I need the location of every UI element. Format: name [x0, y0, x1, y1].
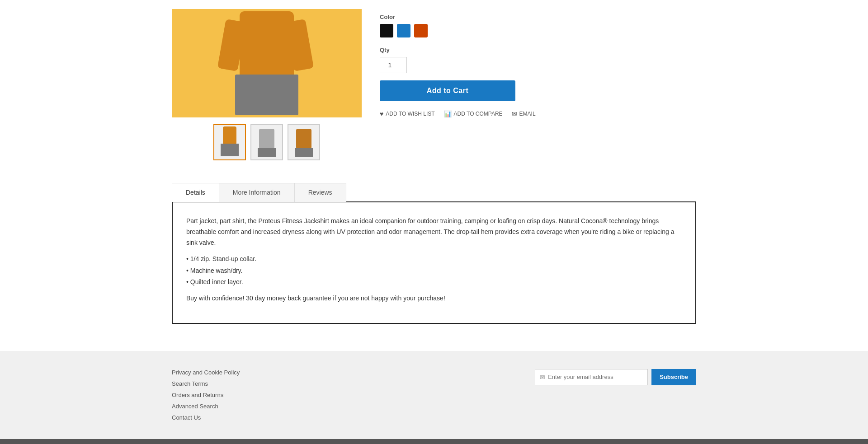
thumb-pants-2 [258, 148, 276, 157]
product-description: Part jacket, part shirt, the Proteus Fit… [186, 216, 682, 248]
footer-links: Privacy and Cookie Policy Search Terms O… [172, 369, 240, 421]
add-to-compare-link[interactable]: 📊 ADD TO COMPARE [444, 110, 503, 117]
footer-link-orders[interactable]: Orders and Returns [172, 392, 240, 398]
newsletter-email-icon: ✉ [535, 374, 545, 381]
thumbnail-2[interactable] [250, 124, 283, 160]
product-figure [222, 11, 312, 115]
thumb-pants-3 [295, 148, 313, 157]
bullet-3: Quilted inner layer. [186, 276, 682, 288]
footer: Privacy and Cookie Policy Search Terms O… [0, 351, 868, 444]
footer-link-privacy[interactable]: Privacy and Cookie Policy [172, 369, 240, 376]
newsletter-input-wrapper: ✉ [535, 369, 648, 385]
qty-input[interactable] [380, 57, 407, 73]
wishlist-label: ADD TO WISH LIST [386, 111, 434, 117]
footer-inner: Privacy and Cookie Policy Search Terms O… [163, 369, 705, 421]
color-swatches [380, 24, 696, 37]
figure-pants [235, 75, 298, 115]
thumb-torso-1 [223, 126, 236, 145]
thumb-figure-1 [218, 126, 241, 158]
thumb-figure-2 [255, 126, 278, 158]
heart-icon: ♥ [380, 110, 383, 117]
footer-link-contact[interactable]: Contact Us [172, 414, 240, 421]
tab-details[interactable]: Details [172, 183, 219, 202]
tab-reviews[interactable]: Reviews [294, 183, 346, 202]
product-images [172, 9, 362, 160]
footer-link-advanced-search[interactable]: Advanced Search [172, 403, 240, 410]
thumbnail-1[interactable] [213, 124, 246, 160]
newsletter-section: ✉ Subscribe [535, 369, 696, 385]
add-to-cart-button[interactable]: Add to Cart [380, 80, 515, 101]
tab-content-details: Part jacket, part shirt, the Proteus Fit… [172, 201, 696, 324]
email-label: EMAIL [519, 111, 536, 117]
thumb-pants-1 [221, 144, 239, 156]
tabs-section: Details More Information Reviews Part ja… [163, 183, 705, 324]
email-icon: ✉ [512, 110, 517, 117]
add-to-wishlist-link[interactable]: ♥ ADD TO WISH LIST [380, 110, 435, 117]
product-section: Color Qty Add to Cart ♥ ADD TO WISH LIST… [163, 0, 705, 169]
color-swatch-blue[interactable] [397, 24, 410, 37]
qty-label: Qty [380, 47, 696, 53]
newsletter-email-input[interactable] [548, 369, 647, 385]
thumb-figure-3 [292, 126, 315, 158]
compare-label: ADD TO COMPARE [454, 111, 503, 117]
footer-copyright: Copyright © 2013-2017 Magento, Inc. All … [0, 439, 868, 444]
thumbnail-3[interactable] [288, 124, 320, 160]
color-label: Color [380, 14, 696, 20]
action-links: ♥ ADD TO WISH LIST 📊 ADD TO COMPARE ✉ EM… [380, 110, 696, 117]
subscribe-button[interactable]: Subscribe [651, 369, 696, 385]
figure-torso [240, 11, 294, 79]
bullet-1: 1/4 zip. Stand-up collar. [186, 253, 682, 265]
compare-icon: 📊 [444, 110, 452, 117]
tabs-header: Details More Information Reviews [172, 183, 696, 202]
product-info: Color Qty Add to Cart ♥ ADD TO WISH LIST… [380, 9, 696, 160]
bullet-2: Machine wash/dry. [186, 265, 682, 276]
main-product-image [172, 9, 362, 117]
product-bullets: 1/4 zip. Stand-up collar. Machine wash/d… [186, 253, 682, 288]
thumbnail-list [213, 124, 320, 160]
thumb-torso-2 [259, 129, 274, 149]
email-link[interactable]: ✉ EMAIL [512, 110, 536, 117]
tab-more-information[interactable]: More Information [219, 183, 295, 202]
color-swatch-black[interactable] [380, 24, 393, 37]
footer-link-search-terms[interactable]: Search Terms [172, 380, 240, 387]
thumb-torso-3 [296, 129, 311, 149]
product-guarantee: Buy with confidence! 30 day money back g… [186, 293, 682, 304]
color-swatch-orange[interactable] [414, 24, 428, 37]
